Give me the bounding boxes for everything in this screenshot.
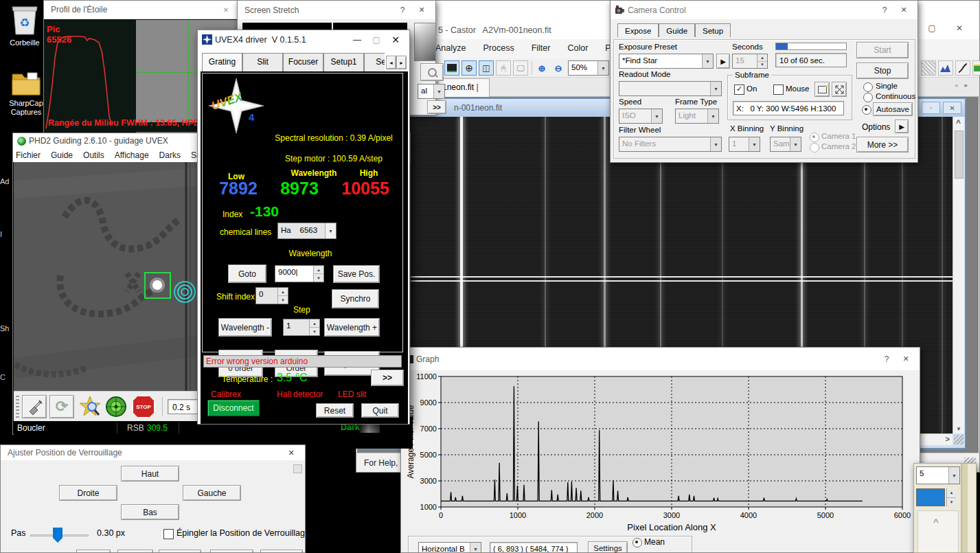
maxim-menu-item-2[interactable]: Filter: [532, 43, 551, 53]
maxim-menu-item-0[interactable]: Analyze: [435, 43, 466, 53]
single-radio[interactable]: [863, 82, 873, 92]
goto-button[interactable]: Goto: [228, 264, 266, 283]
nudge-right-button[interactable]: Droite: [59, 485, 117, 501]
more-button[interactable]: More >>: [856, 137, 909, 153]
pin-lock-checkbox[interactable]: [163, 529, 174, 539]
zoom-level-combo[interactable]: 50% ▼: [568, 60, 609, 76]
doc-close-icon[interactable]: ✕: [943, 102, 961, 114]
close-icon[interactable]: ✕: [896, 354, 915, 363]
phd2-menu-item-0[interactable]: Fichier: [16, 150, 41, 160]
chevron-down-icon[interactable]: ▼: [702, 54, 713, 68]
help-icon[interactable]: ?: [393, 5, 412, 15]
doc-vscrollbar[interactable]: ^ ▼: [953, 117, 964, 433]
phd2-menu-item-1[interactable]: Guide: [51, 150, 73, 160]
x-binning-combo[interactable]: 1 ▼: [729, 137, 760, 152]
continuous-radio[interactable]: [863, 93, 873, 102]
scroll-right-icon[interactable]: >: [946, 435, 950, 443]
chevron-down-icon[interactable]: ▼: [470, 543, 481, 553]
desktop-icon-recycle[interactable]: ♻ Corbeille: [5, 3, 44, 54]
close-icon[interactable]: ✕: [950, 23, 969, 33]
chevron-down-icon[interactable]: ▼: [597, 61, 608, 75]
readout-mode-combo[interactable]: ▼: [619, 81, 722, 96]
goto-wavelength-spinner[interactable]: 9000| ▲▼: [275, 265, 324, 282]
stretch-mode-combo-fragment[interactable]: al ▼: [418, 84, 445, 99]
tab-scroll-right-button[interactable]: ►: [396, 56, 407, 69]
subframe-mouse-checkbox[interactable]: [773, 84, 784, 95]
quit-button[interactable]: Quit: [361, 403, 399, 418]
chevron-down-icon[interactable]: ▼: [710, 137, 721, 151]
step-spinner[interactable]: 1 ▲▼: [283, 319, 320, 336]
nudge-left-button[interactable]: Gauche: [183, 485, 241, 501]
frame-type-combo[interactable]: Light ▼: [675, 109, 719, 124]
histogram-icon[interactable]: [938, 60, 953, 76]
camera1-radio[interactable]: [810, 133, 819, 142]
stop-button[interactable]: STOP: [132, 395, 157, 418]
maxim-menu-item-1[interactable]: Process: [483, 43, 514, 53]
graph-mode-combo[interactable]: Horizontal B ▼: [418, 542, 481, 553]
nudge-up-button[interactable]: Haut: [121, 466, 179, 482]
close-icon[interactable]: ✕: [894, 5, 913, 14]
subframe-on-checkbox[interactable]: ✓: [734, 84, 744, 95]
phd2-menu-item-3[interactable]: Affichage: [115, 150, 149, 160]
uvex-tab-3[interactable]: Setup1: [323, 53, 364, 71]
filter-wheel-combo[interactable]: No Filters ▼: [619, 137, 722, 152]
camera-tab-2[interactable]: Setup: [695, 23, 731, 37]
tab-scroll-right-icon[interactable]: ►: [964, 82, 969, 89]
chevron-down-icon[interactable]: ▼: [948, 467, 959, 484]
help-icon[interactable]: ?: [875, 5, 894, 15]
synchro-button[interactable]: Synchro: [332, 289, 379, 308]
chemical-lines-combo[interactable]: Ha 6563 ▼: [277, 223, 337, 239]
zoom-out-icon[interactable]: ⊖: [551, 60, 566, 76]
chevron-down-icon[interactable]: ▼: [651, 109, 662, 123]
crosshair-icon[interactable]: ⊕: [461, 60, 477, 76]
expand-panel-button[interactable]: >>: [371, 370, 404, 386]
cutoff-button[interactable]: [76, 550, 111, 553]
mean-radio[interactable]: [633, 538, 642, 548]
step-slider-thumb[interactable]: [53, 528, 62, 543]
subframe-select-button[interactable]: [814, 82, 830, 97]
zoom-in-icon[interactable]: ⊕: [534, 60, 549, 76]
ajuster-titlebar[interactable]: Ajuster Position de Verrouillage ✕: [1, 445, 305, 460]
disconnect-button[interactable]: Disconnect: [207, 400, 260, 416]
close-icon[interactable]: ✕: [412, 5, 431, 14]
screen-stretch-titlebar[interactable]: Screen Stretch ? ✕: [238, 1, 435, 19]
guide-button[interactable]: [104, 395, 129, 418]
loop-exposures-button[interactable]: ⟳: [49, 395, 74, 418]
vscroll-thumb[interactable]: [955, 131, 964, 179]
y-binning-combo[interactable]: Same ▼: [770, 137, 801, 152]
reset-button[interactable]: Reset: [316, 403, 354, 418]
pan-view-icon[interactable]: ◫: [479, 60, 494, 76]
connect-equipment-button[interactable]: [22, 395, 47, 418]
wavelength-plus-button[interactable]: Wavelength +: [324, 318, 380, 337]
auto-select-star-button[interactable]: [78, 395, 103, 418]
maximize-icon[interactable]: ▢: [922, 23, 942, 33]
close-icon[interactable]: ✕: [282, 449, 301, 458]
camera-tab-0[interactable]: Expose: [617, 23, 659, 37]
spinner-arrows[interactable]: ▲▼: [277, 288, 288, 304]
chevron-down-icon[interactable]: ▼: [790, 137, 801, 151]
autosave-button[interactable]: Autosave: [873, 102, 913, 116]
close-icon[interactable]: ✕: [386, 34, 405, 45]
wavelength-minus-button[interactable]: Wavelength -: [218, 318, 272, 337]
chevron-down-icon[interactable]: ▼: [325, 223, 336, 238]
maximize-icon[interactable]: ▢: [367, 35, 386, 45]
uvex-tab-1[interactable]: Slit: [242, 53, 283, 71]
start-button[interactable]: Start: [856, 42, 909, 58]
cutoff-button[interactable]: [210, 550, 253, 553]
spinner-arrows[interactable]: ▲▼: [313, 266, 323, 282]
profil-titlebar[interactable]: Profil de l'Étoile ✕: [44, 1, 240, 19]
mouse-icon[interactable]: 🖰: [496, 60, 511, 76]
scroll-down-icon[interactable]: ▼: [956, 426, 961, 432]
speed-combo[interactable]: ISO ▼: [619, 109, 663, 124]
seconds-spinner[interactable]: 15 ▲▼: [732, 54, 768, 69]
toolbar-overflow-button[interactable]: >>: [427, 100, 446, 114]
spectrum-plot[interactable]: 1000300050007000900011000010002000300040…: [401, 370, 920, 542]
tab-scroll-left-icon[interactable]: ◄: [953, 82, 959, 89]
toolbar-gripper[interactable]: [16, 396, 19, 418]
curves-icon[interactable]: [955, 60, 970, 76]
settings-button[interactable]: Settings: [588, 541, 628, 553]
options-button[interactable]: ▶: [895, 120, 909, 133]
close-icon[interactable]: ✕: [216, 6, 236, 14]
desktop-icon-sharpcap[interactable]: SharpCap Captures: [5, 66, 47, 132]
dither-icon[interactable]: [921, 60, 936, 76]
